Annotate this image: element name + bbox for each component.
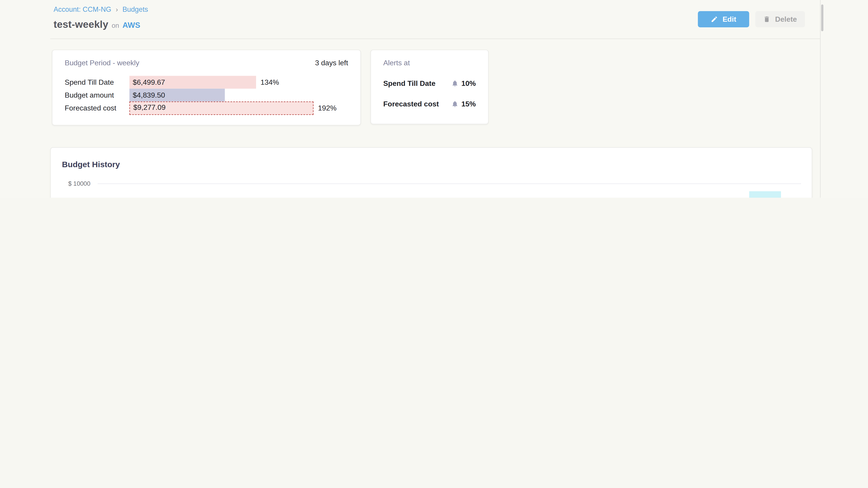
platform-label: AWS [123,21,141,29]
budget-period-title: Budget Period - weekly [65,59,139,67]
forecasted-cost-value: $9,277.09 [133,103,166,111]
budget-period-rows: Spend Till Date $6,499.67 134% Budget am… [65,76,336,115]
bar-forecasted-weekly-cost[interactable] [749,191,781,198]
vertical-scrollbar[interactable] [821,4,824,31]
budget-history-card: Budget History $ 10000 $ 0 19 Apr 2025 -… [50,147,812,198]
spend-till-date-row: Spend Till Date $6,499.67 134% [65,76,336,89]
spend-till-date-label: Spend Till Date [65,76,129,89]
forecasted-cost-bar: $9,277.09 [129,101,313,115]
alerts-title: Alerts at [383,59,410,67]
content-edge-divider [820,0,820,198]
chevron-right-icon: › [116,6,118,13]
delete-button-label: Delete [775,15,797,24]
spend-till-date-value: $6,499.67 [133,78,165,87]
budget-amount-label: Budget amount [65,89,129,101]
budget-amount-bar: $4,839.50 [129,89,225,101]
breadcrumb-account-link[interactable]: Account: CCM-NG [54,6,111,13]
header-divider [50,38,820,39]
budget-amount-row: Budget amount $4,839.50 [65,89,336,101]
alert-forecast-threshold: 15% [461,100,476,108]
alerts-card: Alerts at Spend Till Date 10% Forecasted… [370,50,489,125]
forecasted-cost-percent: 192% [318,101,337,115]
budget-history-chart [98,184,801,198]
alert-row-spend: Spend Till Date 10% [383,77,476,89]
breadcrumb-budgets-link[interactable]: Budgets [123,6,148,13]
spend-till-date-percent: 134% [260,76,279,89]
forecasted-cost-label: Forecasted cost [65,101,129,115]
trash-icon [763,15,771,23]
forecasted-cost-row: Forecasted cost $9,277.09 192% [65,101,336,115]
bell-icon [451,100,458,107]
budget-history-title: Budget History [62,160,120,169]
y-axis-tick-10000: $ 10000 [51,180,90,188]
days-left-label: 3 days left [315,59,348,67]
delete-button[interactable]: Delete [755,11,805,27]
page-title: test-weekly [54,19,108,31]
alert-forecast-label: Forecasted cost [383,100,439,108]
pencil-icon [711,15,718,23]
edit-button-label: Edit [722,15,736,24]
alert-spend-label: Spend Till Date [383,79,435,87]
page-title-connector: on [112,22,119,30]
app-window: Account: CCM-NG › Budgets test-weekly on… [0,0,868,198]
alert-spend-threshold: 10% [461,79,476,87]
spend-till-date-bar: $6,499.67 [129,76,256,89]
budget-amount-value: $4,839.50 [133,91,165,99]
bell-icon [451,79,458,87]
budget-period-card: Budget Period - weekly 3 days left Spend… [52,50,361,126]
breadcrumb: Account: CCM-NG › Budgets [54,6,148,13]
page-title-row: test-weekly on AWS [54,19,141,31]
alert-row-forecast: Forecasted cost 15% [383,98,476,109]
edit-button[interactable]: Edit [698,11,749,27]
